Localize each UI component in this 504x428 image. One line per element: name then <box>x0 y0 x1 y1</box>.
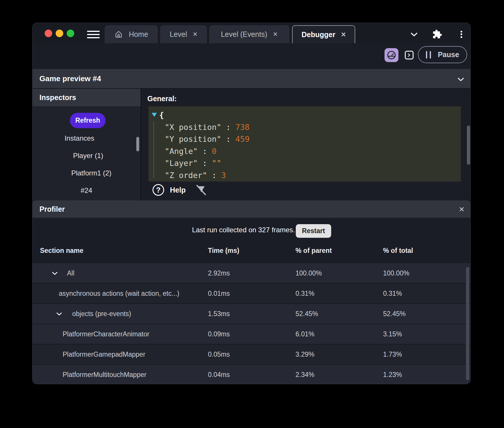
help-row: ? Help <box>142 183 471 198</box>
profiler-status: Last run collected on 327 frames. <box>32 226 295 234</box>
inspector-detail-pane: General: { "X position" : 738 "Y positio… <box>142 89 471 200</box>
refresh-button[interactable]: Refresh <box>70 113 106 128</box>
time-value: 2.92ms <box>208 269 230 277</box>
parent-percent: 2.34% <box>295 371 314 379</box>
parent-percent: 52.45% <box>295 310 318 318</box>
json-property-row: "X position" : 738 <box>148 121 461 133</box>
table-row[interactable]: asynchronous actions (wait action, etc..… <box>32 284 470 304</box>
column-header-total: % of total <box>383 247 413 255</box>
more-options-icon[interactable] <box>456 29 466 39</box>
close-profiler-icon[interactable]: × <box>456 204 467 214</box>
detail-scrollbar[interactable] <box>467 126 470 165</box>
total-percent: 100.00% <box>383 269 409 277</box>
page-title: Game preview #4 <box>39 74 101 83</box>
tree-item-instances[interactable]: Instances <box>65 134 95 142</box>
section-name: All <box>67 269 75 277</box>
chevron-down-icon[interactable] <box>51 269 59 277</box>
collapse-triangle-icon[interactable] <box>152 113 157 117</box>
tab-label: Level (Events) <box>221 30 267 39</box>
profiler-toggle-button[interactable] <box>385 48 398 62</box>
tab-label: Level <box>170 30 187 39</box>
pause-button[interactable]: Pause <box>418 46 467 63</box>
desktop-background: Home Level × Level (Events) × Debugger × <box>0 0 504 428</box>
close-tab-icon[interactable]: × <box>193 30 197 38</box>
property-value[interactable]: 459 <box>235 135 250 144</box>
debugger-toolbar: Pause <box>32 43 470 69</box>
properties-json-view: { "X position" : 738 "Y position" : 459 … <box>148 106 461 182</box>
inspectors-title: Inspectors <box>39 93 76 102</box>
property-value[interactable]: "" <box>212 159 222 168</box>
property-value[interactable]: 3 <box>221 171 226 180</box>
pause-icon <box>426 51 431 59</box>
close-tab-icon[interactable]: × <box>273 30 278 38</box>
help-icon[interactable]: ? <box>153 184 164 196</box>
indent-guide <box>153 121 154 178</box>
json-property-row: "Y position" : 459 <box>148 133 461 145</box>
section-name: PlatformerCharacterAnimator <box>63 330 149 338</box>
parent-percent: 100.00% <box>295 269 322 277</box>
property-value[interactable]: 0 <box>212 147 217 156</box>
pause-label: Pause <box>438 50 459 59</box>
time-value: 0.01ms <box>208 290 230 298</box>
tab-home[interactable]: Home <box>105 25 158 43</box>
close-window-button[interactable] <box>45 30 52 37</box>
tree-item-platform1[interactable]: Platform1 (2) <box>71 169 112 177</box>
profiler-scrollbar[interactable] <box>466 267 469 380</box>
game-preview-header[interactable]: Game preview #4 <box>32 69 470 89</box>
tree-item-instance-24[interactable]: #24 <box>81 186 92 195</box>
property-value[interactable]: 738 <box>235 123 250 132</box>
tab-level[interactable]: Level × <box>160 25 207 43</box>
tab-debugger[interactable]: Debugger × <box>292 25 355 43</box>
inspectors-header: Inspectors <box>32 89 141 107</box>
gauge-icon <box>386 50 397 61</box>
console-icon-button[interactable] <box>405 51 414 59</box>
minimize-window-button[interactable] <box>56 30 63 37</box>
column-header-parent: % of parent <box>295 247 332 255</box>
help-link[interactable]: Help <box>170 186 186 194</box>
section-name: PlatformerMultitouchMapper <box>63 371 146 379</box>
section-name: PlatformerGamepadMapper <box>63 351 145 358</box>
total-percent: 52.45% <box>383 310 406 318</box>
debugger-content: Inspectors Refresh Instances Player (1) … <box>32 89 470 200</box>
time-value: 0.04ms <box>208 371 230 379</box>
inspectors-scrollbar[interactable] <box>136 137 139 151</box>
app-window: Home Level × Level (Events) × Debugger × <box>32 23 471 384</box>
chevron-down-icon[interactable] <box>409 29 419 39</box>
profiler-title: Profiler <box>39 205 65 213</box>
time-value: 1.53ms <box>208 310 230 318</box>
profiler-panel: Last run collected on 327 frames. Restar… <box>32 218 470 384</box>
table-row[interactable]: PlatformerCharacterAnimator 0.09ms 6.01%… <box>32 324 470 344</box>
time-value: 0.05ms <box>208 351 230 358</box>
parent-percent: 6.01% <box>295 330 314 338</box>
restart-button[interactable]: Restart <box>296 224 331 238</box>
menu-icon[interactable] <box>87 31 100 39</box>
json-property-row: "Z order" : 3 <box>148 169 461 182</box>
close-tab-icon[interactable]: × <box>341 31 346 39</box>
tab-label: Debugger <box>302 30 336 39</box>
json-open-brace: { <box>148 109 461 121</box>
table-row[interactable]: PlatformerGamepadMapper 0.05ms 3.29% 1.7… <box>32 344 470 365</box>
json-property-row: "Layer" : "" <box>148 157 461 169</box>
table-row[interactable]: objects (pre-events) 1.53ms 52.45% 52.45… <box>32 304 470 324</box>
parent-percent: 0.31% <box>295 290 314 298</box>
tree-item-player[interactable]: Player (1) <box>73 152 103 160</box>
total-percent: 0.31% <box>383 290 402 298</box>
tab-label: Home <box>129 30 148 39</box>
tab-level-events[interactable]: Level (Events) × <box>209 25 289 43</box>
column-header-time: Time (ms) <box>208 247 239 255</box>
home-icon <box>114 30 123 39</box>
window-controls <box>45 30 74 37</box>
table-row[interactable]: All 2.92ms 100.00% 100.00% <box>32 263 470 284</box>
collapse-chevron-icon[interactable] <box>456 74 466 84</box>
parent-percent: 3.29% <box>295 351 314 358</box>
extensions-icon[interactable] <box>432 29 442 39</box>
table-row[interactable]: PlatformerMultitouchMapper 0.04ms 2.34% … <box>32 365 470 384</box>
chevron-down-icon[interactable] <box>55 310 63 318</box>
time-value: 0.09ms <box>208 330 230 338</box>
unpin-icon[interactable] <box>195 184 207 197</box>
total-percent: 1.23% <box>383 371 402 379</box>
tab-bar: Home Level × Level (Events) × Debugger × <box>32 23 470 43</box>
inspectors-panel: Inspectors Refresh Instances Player (1) … <box>32 89 142 200</box>
column-header-section: Section name <box>40 247 84 255</box>
zoom-window-button[interactable] <box>67 30 74 37</box>
